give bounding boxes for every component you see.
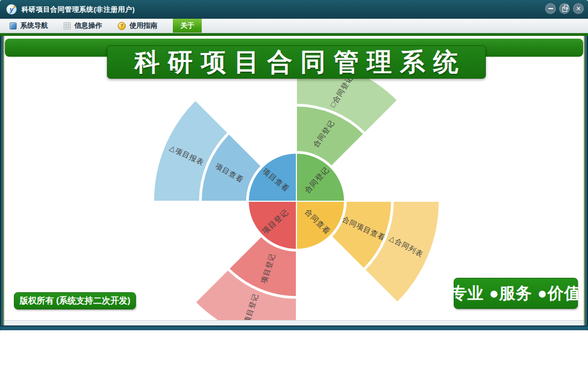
window-title: 科研项目合同管理系统(非注册用户): [21, 5, 135, 14]
menu-label: 使用指南: [129, 21, 157, 31]
minimize-button[interactable]: [545, 3, 556, 14]
close-button[interactable]: ✕: [573, 3, 584, 14]
menu-item-user-guide[interactable]: ? 使用指南: [118, 19, 157, 33]
menu-item-about[interactable]: 关于: [173, 19, 202, 33]
copyright-badge: 版权所有 (系统支持二次开发): [14, 292, 136, 309]
titlebar[interactable]: y 科研项目合同管理系统(非注册用户) ✕: [0, 0, 588, 19]
menubar: 系统导航 信息操作 ? 使用指南 关于: [0, 19, 588, 33]
window-border-bottom: [0, 325, 588, 330]
menu-label: 关于: [180, 21, 194, 31]
app-window: y 科研项目合同管理系统(非注册用户) ✕ 系统导航 信息操作 ? 使用指南 关…: [0, 0, 588, 387]
minimize-icon: [548, 8, 553, 9]
menu-label: 信息操作: [74, 21, 102, 31]
status-bar: [4, 320, 584, 325]
close-icon: ✕: [576, 6, 581, 12]
slogan-badge: 专业 ●服务 ●价值: [454, 278, 578, 309]
window-controls: ✕: [545, 3, 584, 14]
restore-icon: [562, 7, 567, 12]
menu-item-info-operation[interactable]: 信息操作: [64, 19, 102, 33]
logo-dot: [13, 6, 16, 8]
gold-ball-icon: ?: [118, 22, 126, 30]
title-banner: 科研项目合同管理系统: [107, 45, 486, 79]
banner-title: 科研项目合同管理系统: [127, 45, 467, 79]
blue-panel-icon: [10, 22, 17, 29]
app-logo-icon: y: [6, 4, 17, 14]
grid-icon: [64, 22, 71, 29]
menu-label: 系统导航: [20, 21, 48, 31]
menu-item-system-nav[interactable]: 系统导航: [10, 19, 48, 33]
restore-button[interactable]: [559, 3, 570, 14]
